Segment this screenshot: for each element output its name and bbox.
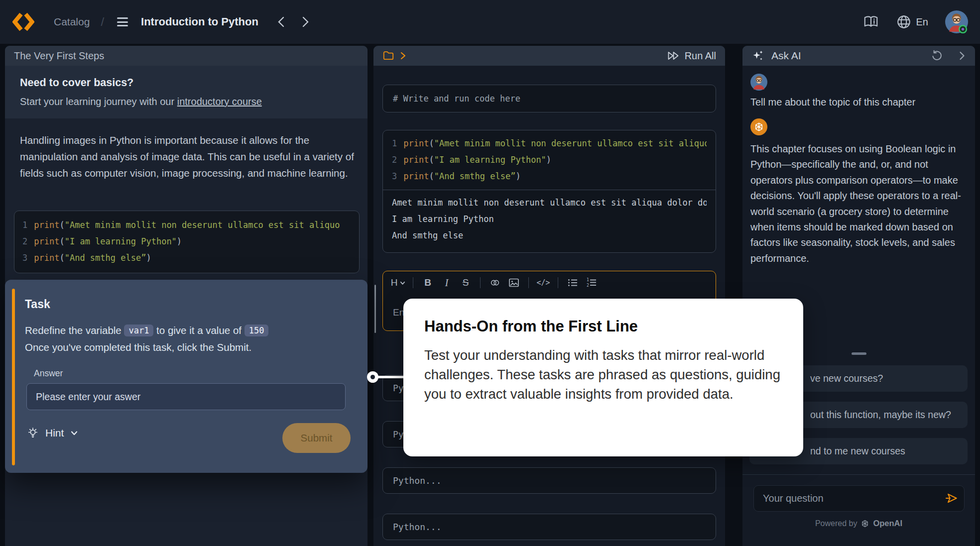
python-cell-placeholder[interactable]: Python... <box>382 514 716 540</box>
svg-text:1: 1 <box>587 278 589 282</box>
run-all-label: Run All <box>685 50 716 62</box>
task-title: Task <box>25 298 50 311</box>
code-cell-source[interactable]: 1print("Amet minim mollit non deserunt u… <box>383 130 716 190</box>
powered-by-label: Powered by <box>815 519 858 528</box>
lesson-paragraph: Handling images in Python is important b… <box>20 132 364 181</box>
chat-user-message: Tell me about the topic of this chapter <box>750 97 968 108</box>
lesson-title: The Very First Steps <box>14 50 104 62</box>
value-chip: 150 <box>245 325 269 336</box>
task-instruction-line1: Redefine the variable var1 to give it a … <box>25 325 354 337</box>
formatting-toolbar: H B I S </> <box>383 271 716 294</box>
heading-button[interactable]: H <box>390 274 407 291</box>
breadcrumb-separator: / <box>101 15 104 29</box>
numbered-list-button[interactable]: 1 2 <box>583 274 600 291</box>
chevron-right-icon[interactable] <box>300 16 310 28</box>
image-icon <box>508 278 519 288</box>
chevron-right-icon <box>958 50 966 61</box>
openai-logo-icon <box>860 519 869 528</box>
folder-icon[interactable] <box>382 50 394 62</box>
heading-label: H <box>391 277 398 288</box>
bold-button[interactable]: B <box>419 274 436 291</box>
language-selector[interactable]: En <box>896 14 928 29</box>
run-all-button[interactable]: Run All <box>667 50 716 62</box>
question-input[interactable] <box>753 485 965 512</box>
run-all-icon <box>667 50 680 62</box>
powered-by-openai: Powered by OpenAI <box>742 519 975 528</box>
toolbar-divider <box>558 277 558 288</box>
toolbar-divider <box>413 277 413 288</box>
chat-ai-response: This chapter focuses on using Boolean lo… <box>750 141 969 266</box>
ask-ai-header: Ask AI <box>742 46 975 66</box>
ask-ai-title: Ask AI <box>771 50 801 62</box>
send-question-button[interactable] <box>945 491 959 507</box>
tooltip-body: Test your understanding with tasks that … <box>424 345 782 404</box>
italic-button[interactable]: I <box>438 274 455 291</box>
task-text: to give it a value of <box>153 325 244 336</box>
openai-logo-icon <box>753 121 764 132</box>
scratch-code-editor[interactable]: # Write and run code here <box>382 85 716 112</box>
ask-ai-panel: Ask AI Tell me ab <box>742 46 975 546</box>
chapter-menu-icon[interactable] <box>115 15 130 28</box>
chat-user-avatar <box>750 74 767 91</box>
hint-label: Hint <box>45 427 64 439</box>
hint-button[interactable]: Hint <box>27 427 78 439</box>
playground-header: Run All <box>373 46 725 66</box>
logo-diamond-icon <box>12 11 34 33</box>
chevron-left-icon[interactable] <box>276 16 286 28</box>
code-format-button[interactable]: </> <box>535 274 552 291</box>
submit-button[interactable]: Submit <box>282 423 351 453</box>
page-title: Introduction to Python <box>141 15 258 28</box>
code-playground-panel: Run All # Write and run code here 1print… <box>373 46 725 546</box>
tooltip-anchor-dot <box>367 371 378 383</box>
send-icon <box>945 491 959 505</box>
lesson-panel: The Very First Steps Need to cover basic… <box>5 46 368 546</box>
code-cell[interactable]: 1print("Amet minim mollit non deserunt u… <box>382 130 716 253</box>
app-logo-icon[interactable] <box>12 10 35 33</box>
glossary-book-icon[interactable] <box>862 15 879 29</box>
bullet-list-icon <box>567 278 578 288</box>
breadcrumb-catalog[interactable]: Catalog <box>54 16 90 28</box>
collapse-panel-button[interactable] <box>958 50 966 61</box>
language-label: En <box>916 16 928 28</box>
reset-chat-button[interactable] <box>931 50 943 62</box>
globe-icon <box>896 14 911 29</box>
answer-input[interactable] <box>26 383 346 410</box>
openai-avatar <box>750 118 767 135</box>
task-instruction-line2: Once you've completed this task, click t… <box>25 341 354 353</box>
folder-chevron-right-icon[interactable] <box>399 51 406 60</box>
scrollbar-thumb[interactable] <box>374 285 376 333</box>
refresh-icon <box>931 50 943 62</box>
answer-label: Answer <box>34 368 63 379</box>
resize-handle[interactable] <box>852 352 866 355</box>
link-icon <box>490 278 500 288</box>
lesson-panel-header: The Very First Steps <box>5 46 368 66</box>
callout-text-prefix: Start your learning journey with our <box>20 96 177 107</box>
lesson-code-block[interactable]: 1print("Amet minim mollit non deserunt u… <box>14 211 360 273</box>
bullet-list-button[interactable] <box>564 274 581 291</box>
user-avatar[interactable] <box>945 10 968 33</box>
ask-ai-input-section: Powered by OpenAI <box>742 474 975 546</box>
svg-text:2: 2 <box>587 283 589 288</box>
chevron-down-icon <box>399 280 406 286</box>
introductory-course-link[interactable]: introductory course <box>177 96 262 107</box>
basics-callout: Need to cover basics? Start your learnin… <box>5 66 368 118</box>
callout-title: Need to cover basics? <box>20 77 353 89</box>
python-cell-placeholder[interactable]: Python... <box>382 467 716 494</box>
image-button[interactable] <box>505 274 522 291</box>
task-text: Redefine the variable <box>25 325 124 336</box>
task-card: Task Redefine the variable var1 to give … <box>5 280 368 473</box>
tooltip-title: Hands-On from the First Line <box>424 318 782 335</box>
strikethrough-button[interactable]: S <box>457 274 474 291</box>
var1-chip: var1 <box>124 325 153 336</box>
link-button[interactable] <box>487 274 503 291</box>
onboarding-tooltip: Hands-On from the First Line Test your u… <box>403 299 803 456</box>
toolbar-divider <box>480 277 481 288</box>
toolbar-divider <box>528 277 529 288</box>
numbered-list-icon: 1 2 <box>586 278 597 288</box>
chevron-down-icon <box>70 429 78 437</box>
code-cell-output: Amet minim mollit non deserunt ullamco e… <box>383 190 716 248</box>
callout-text: Start your learning journey with our int… <box>20 96 353 108</box>
task-accent-bar <box>12 289 15 465</box>
sparkles-icon <box>751 49 764 62</box>
top-bar: Catalog / Introduction to Python <box>0 0 980 44</box>
